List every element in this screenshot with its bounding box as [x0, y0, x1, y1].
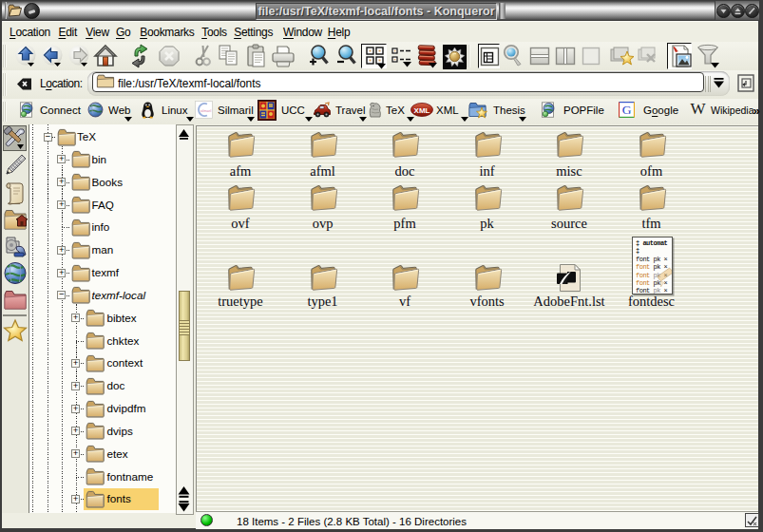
svg-text:G: G [622, 103, 632, 117]
svg-text:silmaril: silmaril [200, 109, 211, 113]
svg-text:XML: XML [414, 106, 430, 115]
svg-text:W: W [690, 101, 706, 117]
